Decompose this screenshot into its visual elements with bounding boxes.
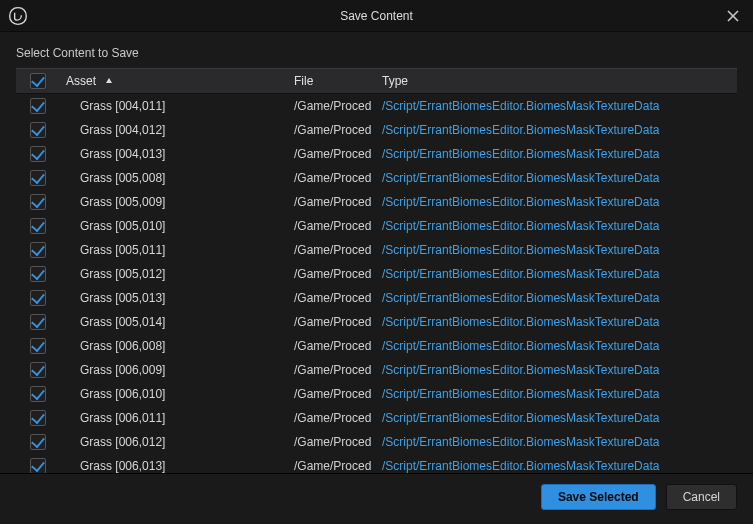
row-checkbox[interactable] bbox=[30, 266, 46, 282]
table-row[interactable]: Grass [005,010]/Game/Proced/Script/Erran… bbox=[16, 214, 737, 238]
row-file-path: /Game/Proced bbox=[288, 190, 376, 214]
window-title: Save Content bbox=[0, 9, 753, 23]
row-checkbox[interactable] bbox=[30, 434, 46, 450]
row-checkbox[interactable] bbox=[30, 458, 46, 474]
table-row[interactable]: Grass [004,011]/Game/Proced/Script/Erran… bbox=[16, 94, 737, 118]
row-checkbox[interactable] bbox=[30, 218, 46, 234]
row-asset-name: Grass [005,012] bbox=[60, 262, 288, 286]
asset-table-scroll[interactable]: Asset File Type Grass [004,011]/Game/Pro… bbox=[16, 68, 737, 473]
row-file-path: /Game/Proced bbox=[288, 310, 376, 334]
table-row[interactable]: Grass [005,013]/Game/Proced/Script/Erran… bbox=[16, 286, 737, 310]
row-file-path: /Game/Proced bbox=[288, 286, 376, 310]
table-row[interactable]: Grass [006,012]/Game/Proced/Script/Erran… bbox=[16, 430, 737, 454]
row-asset-name: Grass [005,009] bbox=[60, 190, 288, 214]
row-checkbox[interactable] bbox=[30, 170, 46, 186]
table-row[interactable]: Grass [005,014]/Game/Proced/Script/Erran… bbox=[16, 310, 737, 334]
cancel-button[interactable]: Cancel bbox=[666, 484, 737, 510]
row-file-path: /Game/Proced bbox=[288, 142, 376, 166]
column-header-type[interactable]: Type bbox=[376, 69, 737, 94]
table-row[interactable]: Grass [006,011]/Game/Proced/Script/Erran… bbox=[16, 406, 737, 430]
row-type-link[interactable]: /Script/ErrantBiomesEditor.BiomesMaskTex… bbox=[376, 214, 737, 238]
table-row[interactable]: Grass [005,008]/Game/Proced/Script/Erran… bbox=[16, 166, 737, 190]
column-header-asset-label: Asset bbox=[66, 74, 96, 88]
table-row[interactable]: Grass [005,009]/Game/Proced/Script/Erran… bbox=[16, 190, 737, 214]
row-asset-name: Grass [006,013] bbox=[60, 454, 288, 474]
row-asset-name: Grass [004,013] bbox=[60, 142, 288, 166]
row-type-link[interactable]: /Script/ErrantBiomesEditor.BiomesMaskTex… bbox=[376, 238, 737, 262]
row-checkbox[interactable] bbox=[30, 386, 46, 402]
asset-table: Asset File Type Grass [004,011]/Game/Pro… bbox=[16, 68, 737, 473]
row-file-path: /Game/Proced bbox=[288, 262, 376, 286]
row-checkbox[interactable] bbox=[30, 290, 46, 306]
row-type-link[interactable]: /Script/ErrantBiomesEditor.BiomesMaskTex… bbox=[376, 262, 737, 286]
row-type-link[interactable]: /Script/ErrantBiomesEditor.BiomesMaskTex… bbox=[376, 382, 737, 406]
row-type-link[interactable]: /Script/ErrantBiomesEditor.BiomesMaskTex… bbox=[376, 142, 737, 166]
row-type-link[interactable]: /Script/ErrantBiomesEditor.BiomesMaskTex… bbox=[376, 166, 737, 190]
row-checkbox[interactable] bbox=[30, 194, 46, 210]
sort-ascending-icon bbox=[105, 74, 113, 88]
row-checkbox[interactable] bbox=[30, 242, 46, 258]
row-checkbox[interactable] bbox=[30, 314, 46, 330]
row-type-link[interactable]: /Script/ErrantBiomesEditor.BiomesMaskTex… bbox=[376, 454, 737, 474]
row-checkbox[interactable] bbox=[30, 146, 46, 162]
row-asset-name: Grass [006,008] bbox=[60, 334, 288, 358]
table-row[interactable]: Grass [006,008]/Game/Proced/Script/Erran… bbox=[16, 334, 737, 358]
row-checkbox[interactable] bbox=[30, 98, 46, 114]
table-row[interactable]: Grass [005,011]/Game/Proced/Script/Erran… bbox=[16, 238, 737, 262]
app-logo-icon bbox=[6, 4, 30, 28]
row-file-path: /Game/Proced bbox=[288, 214, 376, 238]
row-file-path: /Game/Proced bbox=[288, 94, 376, 118]
row-type-link[interactable]: /Script/ErrantBiomesEditor.BiomesMaskTex… bbox=[376, 286, 737, 310]
row-type-link[interactable]: /Script/ErrantBiomesEditor.BiomesMaskTex… bbox=[376, 406, 737, 430]
row-asset-name: Grass [005,010] bbox=[60, 214, 288, 238]
row-file-path: /Game/Proced bbox=[288, 382, 376, 406]
column-header-type-label: Type bbox=[382, 74, 408, 88]
row-asset-name: Grass [005,014] bbox=[60, 310, 288, 334]
row-file-path: /Game/Proced bbox=[288, 430, 376, 454]
row-asset-name: Grass [006,011] bbox=[60, 406, 288, 430]
row-checkbox[interactable] bbox=[30, 410, 46, 426]
row-file-path: /Game/Proced bbox=[288, 334, 376, 358]
close-button[interactable] bbox=[719, 2, 747, 30]
row-file-path: /Game/Proced bbox=[288, 238, 376, 262]
table-row[interactable]: Grass [004,013]/Game/Proced/Script/Erran… bbox=[16, 142, 737, 166]
select-all-checkbox[interactable] bbox=[30, 73, 46, 89]
table-row[interactable]: Grass [006,013]/Game/Proced/Script/Erran… bbox=[16, 454, 737, 474]
row-checkbox[interactable] bbox=[30, 362, 46, 378]
row-file-path: /Game/Proced bbox=[288, 406, 376, 430]
row-type-link[interactable]: /Script/ErrantBiomesEditor.BiomesMaskTex… bbox=[376, 430, 737, 454]
row-type-link[interactable]: /Script/ErrantBiomesEditor.BiomesMaskTex… bbox=[376, 118, 737, 142]
row-type-link[interactable]: /Script/ErrantBiomesEditor.BiomesMaskTex… bbox=[376, 94, 737, 118]
close-icon bbox=[727, 10, 739, 22]
column-header-file[interactable]: File bbox=[288, 69, 376, 94]
row-asset-name: Grass [006,009] bbox=[60, 358, 288, 382]
row-type-link[interactable]: /Script/ErrantBiomesEditor.BiomesMaskTex… bbox=[376, 190, 737, 214]
table-row[interactable]: Grass [004,012]/Game/Proced/Script/Erran… bbox=[16, 118, 737, 142]
row-asset-name: Grass [006,010] bbox=[60, 382, 288, 406]
row-asset-name: Grass [005,008] bbox=[60, 166, 288, 190]
save-selected-button[interactable]: Save Selected bbox=[541, 484, 656, 510]
row-file-path: /Game/Proced bbox=[288, 118, 376, 142]
row-asset-name: Grass [005,013] bbox=[60, 286, 288, 310]
row-asset-name: Grass [006,012] bbox=[60, 430, 288, 454]
title-bar: Save Content bbox=[0, 0, 753, 32]
dialog-subtitle: Select Content to Save bbox=[0, 32, 753, 68]
table-row[interactable]: Grass [005,012]/Game/Proced/Script/Erran… bbox=[16, 262, 737, 286]
column-header-file-label: File bbox=[294, 74, 313, 88]
svg-marker-2 bbox=[106, 78, 112, 83]
dialog-footer: Save Selected Cancel bbox=[0, 473, 753, 524]
asset-table-container: Asset File Type Grass [004,011]/Game/Pro… bbox=[16, 68, 737, 473]
row-checkbox[interactable] bbox=[30, 338, 46, 354]
table-row[interactable]: Grass [006,010]/Game/Proced/Script/Erran… bbox=[16, 382, 737, 406]
row-asset-name: Grass [005,011] bbox=[60, 238, 288, 262]
column-header-asset[interactable]: Asset bbox=[60, 69, 288, 94]
row-file-path: /Game/Proced bbox=[288, 454, 376, 474]
row-asset-name: Grass [004,012] bbox=[60, 118, 288, 142]
table-row[interactable]: Grass [006,009]/Game/Proced/Script/Erran… bbox=[16, 358, 737, 382]
row-type-link[interactable]: /Script/ErrantBiomesEditor.BiomesMaskTex… bbox=[376, 358, 737, 382]
row-type-link[interactable]: /Script/ErrantBiomesEditor.BiomesMaskTex… bbox=[376, 334, 737, 358]
row-file-path: /Game/Proced bbox=[288, 166, 376, 190]
column-header-checkbox[interactable] bbox=[16, 69, 60, 94]
row-type-link[interactable]: /Script/ErrantBiomesEditor.BiomesMaskTex… bbox=[376, 310, 737, 334]
row-checkbox[interactable] bbox=[30, 122, 46, 138]
